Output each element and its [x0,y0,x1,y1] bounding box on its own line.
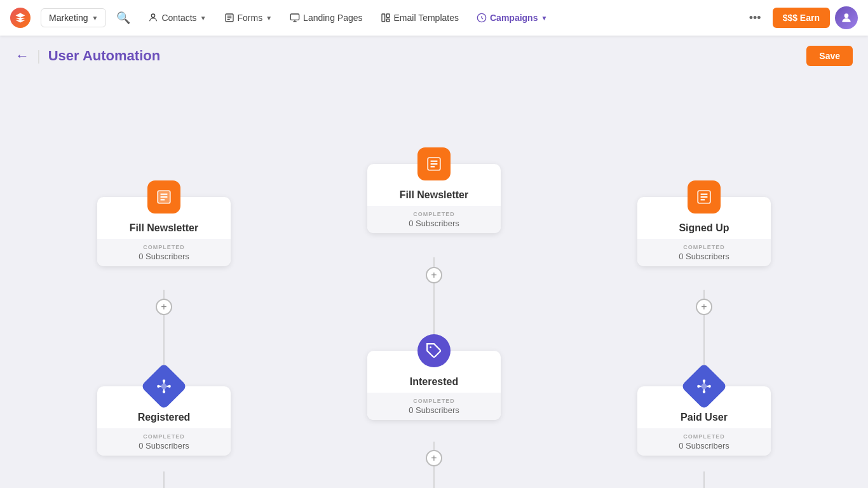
registered-title: Registered [107,412,220,423]
monitor-icon [290,13,300,23]
svg-rect-9 [386,14,390,17]
automation-canvas: Fill Newsletter COMPLETED 0 Subscribers … [0,76,868,488]
svg-point-37 [163,379,165,382]
nav-item-email-templates[interactable]: Email Templates [373,9,466,27]
fill-newsletter-left-footer: COMPLETED 0 Subscribers [97,239,231,266]
tag-icon [426,342,442,359]
nav-item-forms[interactable]: Forms ▼ [217,9,280,27]
earn-button[interactable]: $$$ Earn [773,8,830,28]
svg-point-55 [703,379,705,382]
form-icon-right [696,189,712,205]
chevron-down-icon: ▼ [92,15,98,22]
marketing-label: Marketing [49,13,88,23]
save-button[interactable]: Save [806,46,853,66]
nav-label-email-templates: Email Templates [394,13,459,23]
more-button[interactable]: ••• [743,8,768,29]
svg-point-32 [161,384,167,390]
form-icon-center [426,156,442,172]
back-button[interactable]: ← [15,48,29,64]
fill-newsletter-left-icon [147,180,180,214]
plus-button-left-1[interactable]: + [156,299,172,315]
branch-icon-right [696,378,712,395]
node-registered[interactable]: Registered COMPLETED 0 Subscribers [97,386,231,456]
registered-status: COMPLETED [102,433,226,440]
svg-point-38 [163,391,165,393]
svg-point-0 [152,14,155,17]
page-header: ← | User Automation Save [0,36,868,76]
nav-label-forms: Forms [238,13,263,23]
fill-newsletter-center-icon [417,147,451,180]
svg-point-39 [157,385,159,388]
fill-newsletter-left-count: 0 Subscribers [102,252,226,261]
svg-point-57 [697,385,700,388]
nav-item-landing-pages[interactable]: Landing Pages [282,9,370,27]
header-divider: | [37,48,41,64]
node-fill-newsletter-center[interactable]: Fill Newsletter COMPLETED 0 Subscribers [367,164,501,233]
plus-button-center-1[interactable]: + [426,267,442,283]
node-signed-up[interactable]: Signed Up COMPLETED 0 Subscribers [637,197,771,266]
campaigns-chevron: ▼ [541,15,547,22]
svg-point-12 [844,13,849,18]
nav-label-landing-pages: Landing Pages [303,13,362,23]
signed-up-status: COMPLETED [642,244,766,250]
contacts-chevron: ▼ [200,15,207,22]
paid-user-count: 0 Subscribers [642,441,766,451]
fill-newsletter-center-title: Fill Newsletter [377,189,491,201]
fill-newsletter-center-count: 0 Subscribers [372,219,496,228]
signed-up-count: 0 Subscribers [642,252,766,261]
registered-count: 0 Subscribers [102,441,226,451]
interested-icon [417,334,451,367]
interested-count: 0 Subscribers [372,405,496,415]
plus-button-center-2[interactable]: + [426,450,442,466]
svg-rect-8 [382,14,385,22]
avatar[interactable] [835,6,858,29]
marketing-dropdown[interactable]: Marketing ▼ [41,8,106,27]
page-title: User Automation [48,48,160,64]
forms-icon [224,13,234,23]
signed-up-title: Signed Up [648,222,761,234]
paid-user-title: Paid User [648,412,761,423]
interested-title: Interested [377,376,491,388]
person-icon [148,13,158,23]
node-paid-user[interactable]: Paid User COMPLETED 0 Subscribers [637,386,771,456]
form-icon [156,189,172,205]
svg-point-50 [702,384,707,390]
registered-footer: COMPLETED 0 Subscribers [97,428,231,456]
template-icon [381,13,391,23]
fill-newsletter-center-status: COMPLETED [372,211,496,217]
search-icon[interactable]: 🔍 [111,8,135,27]
logo [10,8,31,28]
svg-rect-10 [386,19,390,22]
navbar: Marketing ▼ 🔍 Contacts ▼ Forms ▼ Landing… [0,0,868,36]
nav-items: Contacts ▼ Forms ▼ Landing Pages Email T… [140,9,737,27]
nav-label-campaigns: Campaigns [490,13,538,23]
interested-footer: COMPLETED 0 Subscribers [367,393,501,420]
nav-label-contacts: Contacts [161,13,196,23]
avatar-icon [840,11,853,24]
fill-newsletter-left-title: Fill Newsletter [107,222,220,234]
svg-point-58 [709,385,711,388]
forms-chevron: ▼ [266,15,272,22]
campaigns-icon [477,13,487,23]
page-header-left: ← | User Automation [15,48,160,64]
signed-up-icon [688,180,721,214]
paid-user-footer: COMPLETED 0 Subscribers [637,428,771,456]
svg-point-40 [168,385,171,388]
logo-icon [15,12,26,24]
fill-newsletter-center-footer: COMPLETED 0 Subscribers [367,206,501,233]
node-interested[interactable]: Interested COMPLETED 0 Subscribers [367,351,501,420]
nav-item-campaigns[interactable]: Campaigns ▼ [469,9,555,27]
interested-status: COMPLETED [372,398,496,404]
node-fill-newsletter-left[interactable]: Fill Newsletter COMPLETED 0 Subscribers [97,197,231,266]
paid-user-status: COMPLETED [642,433,766,440]
svg-point-56 [703,391,705,393]
plus-button-right-1[interactable]: + [696,299,712,315]
nav-item-contacts[interactable]: Contacts ▼ [140,9,214,27]
branch-icon [156,378,172,395]
fill-newsletter-left-status: COMPLETED [102,244,226,250]
signed-up-footer: COMPLETED 0 Subscribers [637,239,771,266]
svg-rect-5 [290,14,299,20]
